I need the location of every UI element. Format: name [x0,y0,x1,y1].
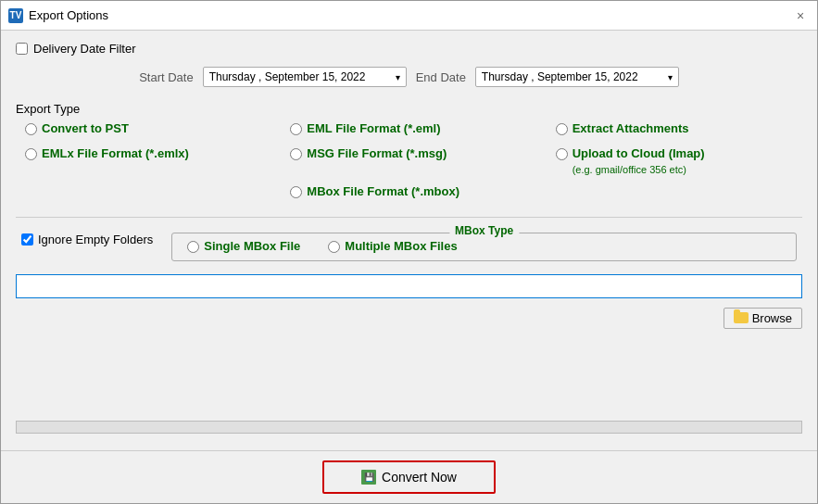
delivery-date-checkbox[interactable] [16,43,28,55]
ignore-empty-option[interactable]: Ignore Empty Folders [21,233,153,246]
radio-label-cloud[interactable]: Upload to Cloud (Imap) [573,146,705,160]
spacer [16,336,802,413]
app-icon: TV [8,8,23,23]
progress-bar [16,421,802,434]
ignore-empty-label[interactable]: Ignore Empty Folders [38,233,153,246]
start-date-label: Start Date [139,70,194,84]
path-row [16,272,802,300]
multiple-mbox-label[interactable]: Multiple MBox Files [345,239,457,255]
radio-option-eml[interactable]: EML File Format (*.eml) [290,121,536,137]
start-date-chevron-icon: ▾ [396,72,400,82]
delivery-date-label[interactable]: Delivery Date Filter [33,42,136,56]
export-type-title: Export Type [16,102,802,116]
radio-label-extract[interactable]: Extract Attachments [573,121,689,137]
separator [16,217,802,218]
single-mbox-label[interactable]: Single MBox File [204,239,300,255]
radio-multiple-mbox[interactable]: Multiple MBox Files [328,239,457,255]
radio-label-eml[interactable]: EML File Format (*.eml) [307,121,440,137]
radio-option-cloud[interactable]: Upload to Cloud (Imap) (e.g. gmail/offic… [556,146,802,175]
radio-option-mbox[interactable]: MBox File Format (*.mbox) [290,184,536,200]
browse-row: Browse [16,308,802,329]
save-icon: 💾 [361,470,376,485]
export-type-grid: Convert to PST EML File Format (*.eml) E… [16,116,802,206]
radio-label-msg[interactable]: MSG File Format (*.msg) [307,146,447,162]
bottom-bar: 💾 Convert Now [1,450,817,503]
radio-single-mbox[interactable]: Single MBox File [187,239,300,255]
radio-option-extract[interactable]: Extract Attachments [556,121,802,137]
radio-label-pst[interactable]: Convert to PST [42,121,129,137]
end-date-select[interactable]: Thursday , September 15, 2022 ▾ [475,67,679,87]
mbox-type-legend: MBox Type [449,224,519,237]
delivery-filter-row: Delivery Date Filter [16,42,802,56]
export-options-window: TV Export Options × Delivery Date Filter… [0,0,818,504]
cloud-sublabel: (e.g. gmail/office 356 etc) [573,164,705,175]
main-content: Delivery Date Filter Start Date Thursday… [1,31,817,450]
convert-now-button[interactable]: 💾 Convert Now [322,460,496,494]
radio-option-pst[interactable]: Convert to PST [25,121,271,137]
end-date-label: End Date [416,70,466,84]
radio-option-emlx[interactable]: EMLx File Format (*.emlx) [25,146,271,175]
start-date-value: Thursday , September 15, 2022 [209,70,366,83]
window-title: Export Options [29,8,791,22]
mbox-options: Single MBox File Multiple MBox Files [187,237,781,255]
radio-label-mbox[interactable]: MBox File Format (*.mbox) [307,184,459,200]
date-row: Start Date Thursday , September 15, 2022… [16,63,802,91]
browse-button[interactable]: Browse [724,308,802,329]
mbox-type-group: MBox Type Single MBox File Multiple MBox… [171,233,797,261]
convert-label: Convert Now [382,470,457,485]
browse-label: Browse [752,311,792,325]
title-bar: TV Export Options × [1,1,817,31]
folder-icon [734,312,749,323]
radio-label-emlx[interactable]: EMLx File Format (*.emlx) [42,146,189,162]
radio-option-msg[interactable]: MSG File Format (*.msg) [290,146,536,175]
ignore-empty-checkbox[interactable] [21,233,33,246]
close-button[interactable]: × [791,6,810,25]
path-input[interactable] [16,274,802,298]
end-date-value: Thursday , September 15, 2022 [482,70,638,83]
options-row: Ignore Empty Folders MBox Type Single MB… [16,229,802,265]
export-type-section: Export Type Convert to PST EML File Form… [16,98,802,206]
end-date-chevron-icon: ▾ [668,72,673,82]
start-date-select[interactable]: Thursday , September 15, 2022 ▾ [203,67,407,87]
